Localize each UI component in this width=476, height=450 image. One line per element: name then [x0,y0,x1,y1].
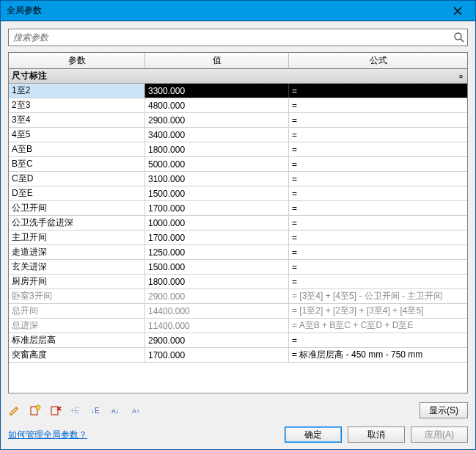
formula-cell[interactable]: = [289,275,467,288]
table-row[interactable]: 总进深11400.000= A至B + B至C + C至D + D至E [9,319,467,333]
param-cell[interactable]: 4至5 [9,128,145,142]
move-down-icon[interactable]: ↓E [90,404,103,417]
formula-cell[interactable]: = 标准层层高 - 450 mm - 750 mm [289,348,467,362]
table-row[interactable]: 标准层层高2900.000= [9,333,467,348]
new-parameter-icon[interactable] [29,404,42,417]
value-cell[interactable]: 11400.000 [145,319,289,333]
formula-cell[interactable]: = [289,113,467,127]
param-cell[interactable]: C至D [9,172,145,186]
param-cell[interactable]: D至E [9,186,145,200]
param-cell[interactable]: 厨房开间 [9,275,145,288]
formula-cell[interactable]: = [289,201,467,215]
value-cell[interactable]: 3100.000 [145,172,289,186]
table-row[interactable]: 1至23300.000= [9,84,467,98]
table-row[interactable]: 厨房开间1800.000= [9,275,467,289]
value-cell[interactable]: 1800.000 [145,142,289,156]
search-icon[interactable] [451,29,467,46]
formula-cell[interactable]: = [289,98,467,112]
sort-descending-icon[interactable]: A↑ [131,404,144,417]
table-row[interactable]: 2至34800.000= [9,98,467,113]
ok-button[interactable]: 确定 [285,427,342,443]
value-cell[interactable]: 2900.000 [145,333,289,347]
search-input[interactable] [9,29,451,46]
value-cell[interactable]: 2900.000 [145,289,289,303]
param-cell[interactable]: 3至4 [9,113,145,127]
value-cell[interactable]: 1500.000 [145,260,289,274]
value-cell[interactable]: 3400.000 [145,128,289,142]
group-dimensions[interactable]: 尺寸标注 ¤ [9,69,467,84]
footer-row: 如何管理全局参数？ 确定 取消 应用(A) [8,424,468,445]
table-row[interactable]: D至E1500.000= [9,186,467,201]
sort-ascending-icon[interactable]: A↓ [111,404,124,417]
formula-cell[interactable]: = [289,172,467,186]
table-row[interactable]: 公卫开间1700.000= [9,201,467,216]
column-header-param[interactable]: 参数 [9,53,145,69]
formula-cell[interactable]: = [289,186,467,200]
table-row[interactable]: 卧室3开间2900.000= [3至4] + [4至5] - 公卫开间 - 主卫… [9,289,467,304]
param-cell[interactable]: 总进深 [9,319,145,333]
edit-icon[interactable] [8,404,21,417]
formula-cell[interactable]: = A至B + B至C + C至D + D至E [289,319,467,333]
formula-cell[interactable]: = [289,333,467,347]
column-header-value[interactable]: 值 [145,53,289,69]
table-row[interactable]: 总开间14400.000= [1至2] + [2至3] + [3至4] + [4… [9,304,467,319]
formula-cell[interactable]: = [289,142,467,156]
value-cell[interactable]: 5000.000 [145,157,289,171]
formula-cell[interactable]: = [1至2] + [2至3] + [3至4] + [4至5] [289,304,467,318]
param-cell[interactable]: 公卫洗手盆进深 [9,216,145,230]
table-row[interactable]: 走道进深1250.000= [9,245,467,260]
param-cell[interactable]: 主卫开间 [9,231,145,244]
table-row[interactable]: 3至42900.000= [9,113,467,128]
param-cell[interactable]: A至B [9,142,145,156]
param-cell[interactable]: 2至3 [9,98,145,112]
param-cell[interactable]: 卧室3开间 [9,289,145,303]
table-row[interactable]: 公卫洗手盆进深1000.000= [9,216,467,231]
value-cell[interactable]: 1700.000 [145,348,289,362]
toolbar: +E ↓E A↓ A↑ 显示(S) [8,401,468,420]
formula-cell[interactable]: = [289,260,467,274]
help-link[interactable]: 如何管理全局参数？ [8,429,87,441]
param-cell[interactable]: 1至2 [9,84,145,98]
param-cell[interactable]: 公卫开间 [9,201,145,215]
value-cell[interactable]: 1700.000 [145,201,289,215]
value-cell[interactable]: 1800.000 [145,275,289,288]
delete-parameter-icon[interactable] [49,404,62,417]
table-row[interactable]: A至B1800.000= [9,142,467,157]
formula-cell[interactable]: = [289,231,467,244]
table-row[interactable]: 4至53400.000= [9,128,467,142]
value-cell[interactable]: 1700.000 [145,231,289,244]
close-icon [453,7,462,15]
svg-text:A↓: A↓ [111,407,120,415]
table-row[interactable]: 突窗高度1700.000= 标准层层高 - 450 mm - 750 mm [9,348,467,363]
table-row[interactable]: C至D3100.000= [9,172,467,186]
value-cell[interactable]: 1000.000 [145,216,289,230]
table-row[interactable]: B至C5000.000= [9,157,467,172]
formula-cell[interactable]: = [289,245,467,259]
formula-cell[interactable]: = [289,128,467,142]
formula-cell[interactable]: = [3至4] + [4至5] - 公卫开间 - 主卫开间 [289,289,467,303]
table-row[interactable]: 主卫开间1700.000= [9,231,467,245]
value-cell[interactable]: 1500.000 [145,186,289,200]
param-cell[interactable]: B至C [9,157,145,171]
table-row[interactable]: 玄关进深1500.000= [9,260,467,275]
value-cell[interactable]: 3300.000 [145,84,289,98]
show-button[interactable]: 显示(S) [420,402,468,418]
value-cell[interactable]: 1250.000 [145,245,289,259]
formula-cell[interactable]: = [289,216,467,230]
value-cell[interactable]: 14400.000 [145,304,289,318]
param-cell[interactable]: 总开间 [9,304,145,318]
cancel-button[interactable]: 取消 [348,427,405,443]
param-cell[interactable]: 标准层层高 [9,333,145,347]
value-cell[interactable]: 2900.000 [145,113,289,127]
value-cell[interactable]: 4800.000 [145,98,289,112]
formula-cell[interactable]: = [289,157,467,171]
param-cell[interactable]: 走道进深 [9,245,145,259]
collapse-icon: ¤ [459,73,463,80]
formula-cell[interactable]: = [289,84,467,98]
move-up-icon[interactable]: +E [70,404,83,417]
apply-button[interactable]: 应用(A) [411,427,468,443]
close-button[interactable] [443,1,472,21]
param-cell[interactable]: 突窗高度 [9,348,145,362]
column-header-formula[interactable]: 公式 [289,53,467,69]
param-cell[interactable]: 玄关进深 [9,260,145,274]
